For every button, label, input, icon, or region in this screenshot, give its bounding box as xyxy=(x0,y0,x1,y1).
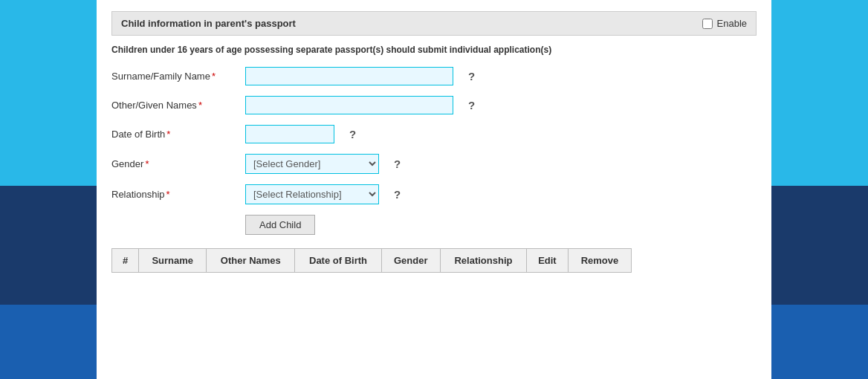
relationship-row: Relationship* [Select Relationship] ? xyxy=(111,184,757,204)
surname-row: Surname/Family Name* ? xyxy=(111,67,757,85)
main-content: Child information in parent's passport E… xyxy=(97,0,771,379)
right-sidebar-bot xyxy=(771,305,868,379)
col-relationship: Relationship xyxy=(440,249,526,273)
surname-input[interactable] xyxy=(245,67,453,85)
enable-label: Enable xyxy=(717,18,747,29)
right-sidebar xyxy=(771,0,868,379)
surname-required: * xyxy=(212,71,216,82)
children-table: # Surname Other Names Date of Birth Gend… xyxy=(111,248,632,273)
notice-text: Children under 16 years of age possessin… xyxy=(111,45,757,55)
gender-required: * xyxy=(145,158,149,169)
relationship-label: Relationship* xyxy=(111,189,245,200)
col-surname: Surname xyxy=(139,249,207,273)
gender-label: Gender* xyxy=(111,158,245,169)
col-gender: Gender xyxy=(381,249,440,273)
other-names-row: Other/Given Names* ? xyxy=(111,96,757,114)
section-header: Child information in parent's passport E… xyxy=(111,11,757,36)
dob-label: Date of Birth* xyxy=(111,129,245,140)
left-sidebar-bot xyxy=(0,305,97,379)
other-names-input[interactable] xyxy=(245,96,453,114)
relationship-required: * xyxy=(166,189,170,200)
left-sidebar-mid xyxy=(0,186,97,305)
dob-required: * xyxy=(166,129,170,140)
dob-input[interactable] xyxy=(245,125,334,143)
right-sidebar-mid xyxy=(771,186,868,305)
left-sidebar xyxy=(0,0,97,379)
left-sidebar-top xyxy=(0,0,97,186)
col-other-names: Other Names xyxy=(207,249,295,273)
relationship-help-icon[interactable]: ? xyxy=(394,188,401,201)
col-dob: Date of Birth xyxy=(295,249,381,273)
other-names-label: Other/Given Names* xyxy=(111,100,245,111)
col-hash: # xyxy=(112,249,139,273)
section-header-controls: Enable xyxy=(702,18,747,29)
enable-checkbox[interactable] xyxy=(702,19,713,29)
other-names-help-icon[interactable]: ? xyxy=(468,99,475,111)
right-sidebar-top xyxy=(771,0,868,186)
dob-row: Date of Birth* ? xyxy=(111,125,757,143)
relationship-select[interactable]: [Select Relationship] xyxy=(245,184,379,204)
surname-label: Surname/Family Name* xyxy=(111,71,245,82)
gender-row: Gender* [Select Gender] ? xyxy=(111,154,757,174)
other-names-required: * xyxy=(198,100,202,111)
children-table-section: # Surname Other Names Date of Birth Gend… xyxy=(111,248,757,273)
table-header-row: # Surname Other Names Date of Birth Gend… xyxy=(112,249,632,273)
gender-help-icon[interactable]: ? xyxy=(394,158,401,170)
add-child-button[interactable]: Add Child xyxy=(245,215,315,235)
dob-help-icon[interactable]: ? xyxy=(349,128,356,140)
col-remove: Remove xyxy=(568,249,631,273)
surname-help-icon[interactable]: ? xyxy=(468,70,475,82)
col-edit: Edit xyxy=(527,249,569,273)
section-title: Child information in parent's passport xyxy=(121,18,296,29)
gender-select[interactable]: [Select Gender] xyxy=(245,154,379,174)
